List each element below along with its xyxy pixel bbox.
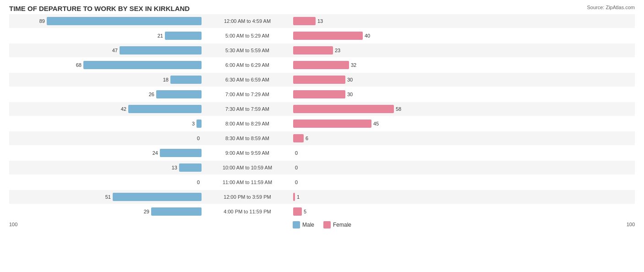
female-bar [293,46,333,54]
time-label: 7:30 AM to 7:59 AM [202,106,293,112]
female-bar [293,120,371,128]
male-bar-container: 42 [9,104,202,114]
male-value: 18 [158,77,169,82]
male-value: 24 [148,150,158,156]
male-bar-container: 51 [9,192,202,201]
right-section: 23 [293,44,486,57]
female-value: 5 [304,209,314,214]
left-section: 89 [9,14,202,28]
male-value: 29 [139,209,149,214]
male-bar-container: 21 [9,31,202,40]
legend: Male Female [293,221,351,228]
table-row: 68 6:00 AM to 6:29 AM 32 [9,58,635,72]
female-value: 40 [365,33,375,38]
table-row: 26 7:00 AM to 7:29 AM 30 [9,87,635,101]
legend-female-box [323,221,331,228]
left-section: 42 [9,102,202,116]
time-label: 11:00 AM to 11:59 AM [202,180,293,185]
female-bar [293,32,363,40]
table-row: 3 8:00 AM to 8:29 AM 45 [9,117,635,131]
female-bar [293,207,302,216]
male-bar [113,193,202,201]
left-section: 24 [9,146,202,160]
female-bar [293,90,345,98]
male-bar [151,207,202,216]
male-bar-container: 89 [9,16,202,26]
female-bar-container: 30 [293,75,486,84]
female-bar [293,105,394,113]
male-bar-container: 0 [9,134,202,143]
female-value: 23 [335,48,345,53]
table-row: 29 4:00 PM to 11:59 PM 5 [9,205,635,218]
female-bar-container: 13 [293,16,486,26]
male-value: 42 [116,106,126,112]
male-bar-container: 3 [9,119,202,128]
table-row: 0 11:00 AM to 11:59 AM 0 [9,175,635,189]
table-row: 21 5:00 AM to 5:29 AM 40 [9,29,635,43]
legend-male-label: Male [302,222,314,228]
time-label: 7:00 AM to 7:29 AM [202,92,293,97]
right-section: 5 [293,205,486,218]
female-value: 6 [306,136,316,141]
male-bar-container: 13 [9,163,202,172]
table-row: 47 5:30 AM to 5:59 AM 23 [9,44,635,57]
female-bar-container: 58 [293,104,486,114]
male-bar-container: 26 [9,90,202,99]
male-bar [160,149,202,157]
left-section: 68 [9,58,202,72]
male-value: 21 [153,33,163,38]
male-bar-container: 68 [9,60,202,70]
female-value: 13 [317,18,327,24]
female-bar [293,193,295,201]
table-row: 0 8:30 AM to 8:59 AM 6 [9,131,635,145]
female-value: 32 [351,62,361,68]
male-bar [128,105,202,113]
time-label: 6:00 AM to 6:29 AM [202,62,293,68]
female-value: 1 [297,194,307,200]
male-value: 0 [190,180,200,185]
time-label: 4:00 PM to 11:59 PM [202,209,293,214]
right-section: 0 [293,146,486,160]
time-label: 8:30 AM to 8:59 AM [202,136,293,141]
time-label: 6:30 AM to 6:59 AM [202,77,293,82]
male-bar [165,32,202,40]
table-row: 51 12:00 PM to 3:59 PM 1 [9,190,635,204]
right-section: 58 [293,102,486,116]
left-section: 51 [9,190,202,204]
female-bar [293,134,304,142]
time-label: 10:00 AM to 10:59 AM [202,165,293,170]
table-row: 13 10:00 AM to 10:59 AM 0 [9,161,635,174]
female-value: 58 [396,106,406,112]
chart-container: TIME OF DEPARTURE TO WORK BY SEX IN KIRK… [0,0,644,272]
female-value: 0 [295,150,305,156]
female-bar-container: 45 [293,119,486,128]
source-text: Source: ZipAtlas.com [587,5,635,10]
male-value: 3 [185,121,195,126]
male-bar [83,61,202,69]
male-bar [196,120,202,128]
right-section: 32 [293,58,486,72]
left-section: 29 [9,205,202,218]
table-row: 89 12:00 AM to 4:59 AM 13 [9,14,635,28]
left-section: 26 [9,87,202,101]
left-section: 0 [9,131,202,145]
legend-female: Female [323,221,351,228]
left-section: 13 [9,161,202,174]
female-bar [293,76,345,84]
female-value: 30 [347,92,357,97]
left-section: 47 [9,44,202,57]
male-value: 0 [190,136,200,141]
male-value: 51 [101,194,111,200]
male-bar-container: 47 [9,46,202,55]
female-bar-container: 1 [293,192,486,201]
right-section: 0 [293,175,486,189]
time-label: 12:00 PM to 3:59 PM [202,194,293,200]
female-value: 0 [295,180,305,185]
right-section: 30 [293,73,486,87]
time-label: 12:00 AM to 4:59 AM [202,18,293,24]
male-bar [179,163,202,172]
right-section: 40 [293,29,486,43]
male-bar-container: 0 [9,178,202,187]
table-row: 42 7:30 AM to 7:59 AM 58 [9,102,635,116]
right-section: 6 [293,131,486,145]
